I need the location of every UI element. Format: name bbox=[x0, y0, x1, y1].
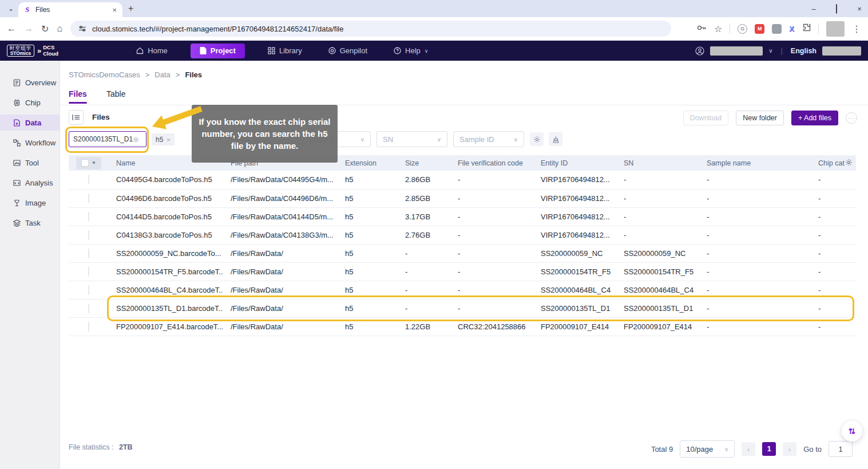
select-all-checkbox[interactable] bbox=[81, 159, 89, 167]
breadcrumb-separator: > bbox=[176, 70, 180, 79]
filter-settings-button[interactable] bbox=[530, 132, 544, 146]
new-tab-button[interactable]: + bbox=[128, 3, 133, 14]
breadcrumb-data[interactable]: Data bbox=[154, 70, 170, 79]
more-actions-icon[interactable]: ··· bbox=[846, 112, 857, 124]
row-checkbox[interactable] bbox=[88, 285, 89, 295]
sidebar-item-analysis[interactable]: Analysis bbox=[0, 175, 60, 191]
password-key-icon[interactable] bbox=[697, 23, 707, 34]
sidebar-item-image[interactable]: Image bbox=[0, 195, 60, 211]
tab-close-icon[interactable]: × bbox=[111, 6, 118, 14]
extension-gray-icon[interactable] bbox=[772, 24, 782, 34]
table-row[interactable]: FP200009107_E414.barcodeT... /Files/RawD… bbox=[69, 317, 856, 336]
col-chip-cat[interactable]: Chip cat bbox=[811, 155, 856, 171]
name-search-field[interactable]: ⊗ bbox=[69, 131, 146, 147]
current-page-button[interactable]: 1 bbox=[762, 442, 776, 456]
table-row[interactable]: C04495G4.barcodeToPos.h5 /Files/RawData/… bbox=[69, 171, 856, 189]
redacted-org[interactable] bbox=[822, 46, 861, 56]
cell-extension: h5 bbox=[338, 281, 398, 299]
nav-item-genpilot[interactable]: Genpilot bbox=[325, 44, 371, 58]
col-extension[interactable]: Extension bbox=[338, 155, 398, 171]
clear-filters-button[interactable] bbox=[549, 132, 562, 146]
remove-tag-icon[interactable]: × bbox=[167, 136, 170, 143]
download-button[interactable]: Download bbox=[683, 111, 729, 125]
table-row[interactable]: SS200000059_NC.barcodeTo... /Files/RawDa… bbox=[69, 244, 856, 262]
sample-id-dropdown[interactable]: Sample ID ∨ bbox=[453, 131, 524, 147]
dropdown-arrow-icon[interactable]: ▼ bbox=[92, 160, 96, 165]
extension-x-icon[interactable]: X bbox=[789, 25, 794, 33]
new-folder-button[interactable]: New folder bbox=[736, 111, 784, 125]
row-checkbox[interactable] bbox=[88, 194, 89, 203]
breadcrumb-project[interactable]: STOmicsDemoCases bbox=[69, 70, 140, 79]
panel-toggle-button[interactable] bbox=[69, 110, 84, 125]
row-checkbox[interactable] bbox=[88, 322, 89, 332]
nav-item-help[interactable]: Help ∨ bbox=[390, 44, 431, 58]
sidebar-item-chip[interactable]: Chip bbox=[0, 94, 60, 111]
extension-g-icon[interactable]: G bbox=[738, 24, 747, 34]
next-page-icon[interactable]: › bbox=[783, 442, 796, 456]
col-entity-id[interactable]: Entity ID bbox=[533, 155, 616, 171]
sidebar-item-task[interactable]: Task bbox=[0, 215, 60, 231]
column-settings-gear-icon[interactable] bbox=[845, 159, 853, 168]
chevron-down-icon: ∨ bbox=[425, 48, 429, 54]
clear-search-icon[interactable]: ⊗ bbox=[133, 135, 139, 144]
table-row[interactable]: C04496D6.barcodeToPos.h5 /Files/RawData/… bbox=[69, 189, 856, 207]
col-size[interactable]: Size bbox=[398, 155, 450, 171]
total-count: Total 9 bbox=[651, 445, 673, 454]
col-sample-name[interactable]: Sample name bbox=[699, 155, 811, 171]
sidebar-item-workflow[interactable]: Workflow bbox=[0, 135, 60, 151]
row-checkbox[interactable] bbox=[88, 230, 89, 240]
cell-chip-cat: - bbox=[811, 189, 856, 207]
redacted-username[interactable] bbox=[710, 46, 763, 56]
url-bar[interactable]: cloud.stomics.tech/#/project-management/… bbox=[70, 21, 671, 37]
col-sn[interactable]: SN bbox=[616, 155, 699, 171]
goto-page-input[interactable] bbox=[829, 441, 853, 457]
cell-file-path: /Files/RawData/C04496D6/m... bbox=[223, 189, 338, 207]
table-row[interactable]: SS200000464BL_C4.barcodeT... /Files/RawD… bbox=[69, 281, 856, 299]
row-checkbox[interactable] bbox=[88, 304, 89, 313]
table-row[interactable]: SS200000154TR_F5.barcodeT... /Files/RawD… bbox=[69, 262, 856, 281]
nav-item-home[interactable]: Home bbox=[133, 44, 171, 58]
nav-item-library[interactable]: Library bbox=[264, 44, 306, 58]
row-checkbox[interactable] bbox=[88, 267, 89, 277]
row-checkbox[interactable] bbox=[88, 249, 89, 258]
table-row[interactable]: SS200000135TL_D1.barcodeT... /Files/RawD… bbox=[69, 299, 856, 317]
row-checkbox[interactable] bbox=[88, 175, 89, 184]
table-row[interactable]: C04144D5.barcodeToPos.h5 /Files/RawData/… bbox=[69, 207, 856, 226]
extension-filter-tag[interactable]: h5 × bbox=[152, 133, 175, 145]
browser-tab[interactable]: S Files × bbox=[18, 2, 122, 17]
col-file-verification-code[interactable]: File verification code bbox=[450, 155, 533, 171]
stomics-dcs-cloud-logo[interactable]: 时空组学 STOmics » DCS Cloud bbox=[7, 45, 58, 57]
language-selector[interactable]: English bbox=[791, 47, 817, 55]
page-size-select[interactable]: 10/page ∨ bbox=[680, 440, 735, 458]
sn-dropdown[interactable]: SN ∨ bbox=[376, 131, 447, 147]
extension-m-icon[interactable]: M bbox=[755, 24, 764, 34]
browser-profile-avatar[interactable] bbox=[826, 21, 845, 37]
sidebar-item-tool[interactable]: Tool bbox=[0, 155, 60, 171]
restore-icon[interactable] bbox=[833, 5, 841, 13]
forward-icon[interactable]: → bbox=[24, 23, 33, 34]
sidebar-item-data[interactable]: Data bbox=[0, 115, 60, 131]
select-all-control[interactable]: ▼ bbox=[76, 157, 101, 170]
close-window-icon[interactable]: × bbox=[855, 5, 863, 13]
tab-table[interactable]: Table bbox=[106, 89, 125, 98]
chevron-down-icon[interactable]: ∨ bbox=[768, 48, 772, 54]
table-row[interactable]: C04138G3.barcodeToPos.h5 /Files/RawData/… bbox=[69, 226, 856, 244]
sidebar-item-overview[interactable]: Overview bbox=[0, 74, 60, 90]
add-files-button[interactable]: + Add files bbox=[791, 111, 838, 125]
prev-page-icon[interactable]: ‹ bbox=[742, 442, 755, 456]
browser-menu-icon[interactable]: ⋮ bbox=[852, 23, 861, 34]
bookmark-star-icon[interactable]: ☆ bbox=[714, 23, 722, 34]
breadcrumb-separator: > bbox=[145, 70, 150, 79]
back-icon[interactable]: ← bbox=[7, 23, 16, 34]
reload-icon[interactable]: ↻ bbox=[41, 23, 49, 34]
minimize-icon[interactable]: – bbox=[810, 5, 818, 13]
transfer-sort-fab[interactable] bbox=[842, 421, 862, 442]
nav-item-project[interactable]: Project bbox=[191, 44, 245, 58]
row-checkbox[interactable] bbox=[88, 212, 89, 222]
site-info-icon[interactable] bbox=[78, 25, 86, 32]
home-icon[interactable]: ⌂ bbox=[57, 23, 62, 34]
extensions-puzzle-icon[interactable] bbox=[802, 23, 811, 34]
tab-search-button[interactable]: ⌄ bbox=[3, 1, 18, 16]
search-input[interactable] bbox=[73, 135, 133, 143]
tab-files[interactable]: Files bbox=[69, 89, 87, 98]
